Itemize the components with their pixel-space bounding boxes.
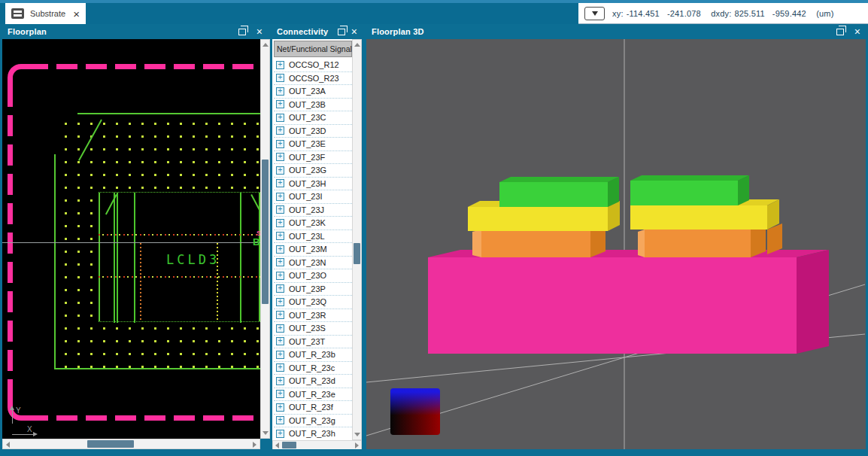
signal-row[interactable]: +OUT_23R	[274, 309, 352, 323]
signal-label[interactable]: OUT_23B	[289, 100, 326, 109]
expand-plus-icon[interactable]: +	[276, 153, 284, 161]
signal-row[interactable]: +OUT_23F	[274, 151, 352, 165]
scroll-right-icon[interactable]	[355, 442, 359, 448]
signal-label[interactable]: OUT_R_23d	[289, 376, 335, 385]
signal-label[interactable]: OUT_23R	[289, 311, 326, 320]
expand-plus-icon[interactable]: +	[276, 298, 284, 306]
signal-label[interactable]: OUT_23C	[289, 113, 326, 122]
expand-plus-icon[interactable]: +	[276, 61, 284, 69]
expand-plus-icon[interactable]: +	[276, 232, 284, 240]
signal-row[interactable]: +OUT_R_23g	[274, 415, 352, 428]
scroll-down-icon[interactable]	[263, 431, 269, 435]
signal-label[interactable]: OUT_23T	[289, 337, 325, 346]
expand-plus-icon[interactable]: +	[276, 87, 284, 96]
floorplan-2d-canvas[interactable]: LCLD3 B S Y X	[2, 39, 260, 439]
signal-row[interactable]: +OUT_23O	[274, 269, 352, 283]
floorplan-vertical-scrollbar[interactable]	[260, 39, 270, 439]
expand-plus-icon[interactable]: +	[276, 390, 284, 398]
expand-plus-icon[interactable]: +	[276, 403, 284, 412]
signal-label[interactable]: OUT_23P	[289, 284, 326, 293]
float-window-icon[interactable]	[238, 29, 246, 35]
expand-plus-icon[interactable]: +	[276, 140, 284, 148]
signal-row[interactable]: +OUT_23M	[274, 243, 352, 257]
signal-row[interactable]: +OUT_23T	[274, 336, 352, 349]
signal-row[interactable]: +OUT_23C	[274, 111, 352, 125]
expand-plus-icon[interactable]: +	[276, 377, 284, 385]
signal-label[interactable]: OCCSO_R12	[289, 60, 339, 69]
signal-row[interactable]: +OCCSO_R23	[274, 72, 352, 86]
tab-substrate[interactable]: Substrate ×	[5, 3, 86, 24]
signal-label[interactable]: OUT_23N	[289, 258, 326, 267]
signal-row[interactable]: +OUT_23L	[274, 230, 352, 244]
signal-label[interactable]: OUT_23F	[289, 153, 325, 162]
scrollbar-thumb[interactable]	[354, 243, 360, 264]
scroll-down-icon[interactable]	[354, 433, 360, 436]
expand-plus-icon[interactable]: +	[276, 193, 284, 201]
signal-row[interactable]: +OUT_23P	[274, 283, 352, 296]
signal-row[interactable]: +OUT_23A	[274, 85, 352, 99]
scroll-up-icon[interactable]	[354, 43, 360, 47]
connectivity-vertical-scrollbar[interactable]	[352, 39, 362, 440]
signal-label[interactable]: OUT_23M	[289, 245, 327, 254]
signal-row[interactable]: +OUT_23Q	[274, 296, 352, 309]
close-icon[interactable]: ×	[256, 26, 263, 37]
expand-plus-icon[interactable]: +	[276, 272, 284, 280]
expand-plus-icon[interactable]: +	[276, 284, 284, 293]
signal-row[interactable]: +OUT_23G	[274, 164, 352, 178]
signal-row[interactable]: +OUT_R_23c	[274, 362, 352, 375]
signal-label[interactable]: OUT_R_23e	[289, 390, 335, 399]
expand-plus-icon[interactable]: +	[276, 114, 284, 122]
signal-label[interactable]: OUT_23A	[289, 87, 326, 96]
expand-plus-icon[interactable]: +	[276, 351, 284, 359]
signal-label[interactable]: OUT_23I	[289, 192, 323, 201]
signal-row[interactable]: +OUT_R_23d	[274, 375, 352, 388]
expand-plus-icon[interactable]: +	[276, 219, 284, 227]
signal-label[interactable]: OUT_23H	[289, 179, 326, 188]
floorplan-horizontal-scrollbar[interactable]	[2, 439, 260, 449]
signal-row[interactable]: +OUT_R_23f	[274, 401, 352, 415]
scrollbar-thumb[interactable]	[282, 442, 296, 448]
signal-row[interactable]: +OUT_23E	[274, 138, 352, 151]
signal-row[interactable]: +OUT_23S	[274, 322, 352, 336]
signal-row[interactable]: +OUT_23I	[274, 190, 352, 204]
signal-label[interactable]: OUT_R_23g	[289, 416, 335, 425]
expand-plus-icon[interactable]: +	[276, 245, 284, 254]
signal-row[interactable]: +OUT_R_23h	[274, 427, 352, 440]
expand-plus-icon[interactable]: +	[276, 416, 284, 424]
scroll-up-icon[interactable]	[263, 43, 269, 47]
expand-plus-icon[interactable]: +	[276, 166, 284, 175]
expand-plus-icon[interactable]: +	[276, 337, 284, 345]
column-header-net-signal[interactable]: Net/Functional Signal	[274, 41, 352, 57]
signal-row[interactable]: +OUT_23B	[274, 99, 352, 112]
signal-label[interactable]: OUT_23L	[289, 232, 325, 241]
signal-row[interactable]: +OUT_23K	[274, 217, 352, 230]
signal-label[interactable]: OUT_23Q	[289, 297, 326, 306]
signal-label[interactable]: OUT_R_23b	[289, 350, 335, 359]
signal-label[interactable]: OUT_23S	[289, 324, 326, 333]
float-window-icon[interactable]	[836, 29, 844, 35]
expand-plus-icon[interactable]: +	[276, 311, 284, 319]
expand-plus-icon[interactable]: +	[276, 100, 284, 108]
signal-label[interactable]: OUT_23G	[289, 166, 326, 175]
view-dropdown-button[interactable]	[584, 7, 605, 20]
signal-label[interactable]: OUT_R_23f	[289, 403, 333, 412]
signal-row[interactable]: +OUT_23D	[274, 125, 352, 138]
close-icon[interactable]: ×	[351, 26, 357, 37]
expand-plus-icon[interactable]: +	[276, 324, 284, 333]
scroll-right-icon[interactable]	[253, 442, 256, 448]
signal-label[interactable]: OUT_R_23c	[289, 363, 335, 372]
expand-plus-icon[interactable]: +	[276, 179, 284, 187]
signal-row[interactable]: +OCCSO_R12	[274, 59, 352, 72]
signal-label[interactable]: OUT_23J	[289, 205, 324, 214]
signal-row[interactable]: +OUT_R_23b	[274, 348, 352, 362]
floorplan-3d-canvas[interactable]	[366, 39, 866, 449]
expand-plus-icon[interactable]: +	[276, 363, 284, 372]
expand-plus-icon[interactable]: +	[276, 258, 284, 266]
signal-label[interactable]: OUT_23O	[289, 271, 326, 280]
scroll-left-icon[interactable]	[6, 442, 10, 448]
signal-row[interactable]: +OUT_23H	[274, 178, 352, 191]
signal-row[interactable]: +OUT_23J	[274, 204, 352, 217]
expand-plus-icon[interactable]: +	[276, 74, 284, 82]
signal-label[interactable]: OUT_23K	[289, 218, 326, 227]
expand-plus-icon[interactable]: +	[276, 430, 284, 438]
